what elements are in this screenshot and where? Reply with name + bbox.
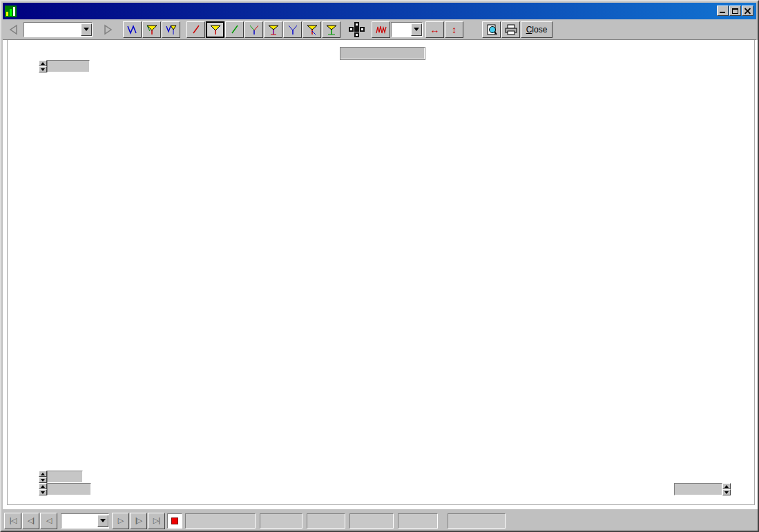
close-window-button[interactable] [742, 6, 753, 16]
maximize-icon [732, 8, 738, 14]
site-selector[interactable] [23, 22, 93, 37]
close-button[interactable]: Close [521, 21, 553, 38]
multi-y-icon [247, 24, 261, 35]
print-preview-icon [485, 23, 499, 36]
h-arrows-icon: ↔ [430, 24, 440, 35]
yellow-multi-icon [267, 24, 280, 35]
probe-zigzag-icon [164, 24, 178, 35]
arrow-down-icon [41, 479, 45, 482]
zigzag-icon [126, 24, 140, 35]
waveform-button[interactable] [372, 21, 390, 38]
app-window: ↔ ↕ Close [0, 0, 759, 532]
yellow-funnel-icon [209, 24, 222, 35]
print-button[interactable] [501, 21, 520, 38]
record-dropdown-button[interactable] [97, 515, 108, 527]
end-date-value [674, 483, 722, 495]
yellow-red-icon [305, 24, 319, 35]
status-field-5 [448, 513, 506, 529]
graph-yellow-green-button[interactable] [322, 21, 340, 38]
arrow-up-icon [41, 62, 45, 65]
spin-down-button[interactable] [39, 66, 47, 72]
y-min-value [47, 471, 83, 483]
status-field-4 [398, 513, 438, 529]
arrow-up-icon [724, 485, 729, 488]
nav-next-page-button[interactable]: |▷ [130, 513, 147, 529]
start-date-value [47, 483, 91, 495]
stop-button[interactable] [167, 513, 182, 529]
chart-panel [3, 40, 759, 509]
arrow-down-icon [41, 491, 45, 494]
arrow-up-icon [41, 473, 45, 475]
print-preview-button[interactable] [482, 21, 501, 38]
stop-icon [171, 518, 178, 524]
status-field-3 [349, 513, 394, 529]
prev-arrow-icon [8, 24, 19, 35]
spin-down-button[interactable] [722, 489, 731, 495]
next-site-button[interactable] [98, 21, 117, 38]
end-date-spinner[interactable] [674, 483, 731, 495]
zoom-vertical-button[interactable]: ↕ [445, 21, 463, 38]
nav-last-button[interactable]: ▷| [148, 513, 165, 529]
spin-up-button[interactable] [39, 60, 47, 66]
close-label: lose [532, 25, 547, 35]
site-selector-dropdown-button[interactable] [81, 23, 92, 36]
status-mode-field [185, 513, 256, 529]
nav-first-button[interactable]: |◁ [4, 513, 21, 529]
pan-cross-icon [347, 21, 365, 38]
graph-green-line-button[interactable] [225, 21, 244, 38]
spin-down-button[interactable] [39, 489, 47, 495]
spin-down-button[interactable] [39, 477, 47, 483]
red-line-icon [189, 24, 203, 35]
toolbar: ↔ ↕ Close [3, 19, 756, 40]
v-arrows-icon: ↕ [452, 24, 457, 35]
yellow-green-icon [325, 24, 338, 35]
graph-red-line-button[interactable] [186, 21, 205, 38]
spin-up-button[interactable] [39, 471, 47, 477]
com-selector[interactable] [391, 22, 423, 37]
blue-y-icon [286, 24, 300, 35]
arrow-down-icon [41, 68, 45, 71]
graph-type-probe-zigzag-button[interactable] [162, 21, 180, 38]
minimize-button[interactable] [717, 6, 729, 16]
spin-up-button[interactable] [39, 483, 47, 489]
printer-icon [504, 23, 518, 36]
record-selector[interactable] [61, 513, 109, 529]
graph-type-probe-button[interactable] [142, 21, 161, 38]
graph-blue-y-button[interactable] [283, 21, 302, 38]
waveform-icon [374, 24, 388, 35]
chevron-down-icon [100, 519, 106, 522]
green-line-icon [228, 24, 242, 35]
y-min-spinner[interactable] [39, 471, 83, 483]
nav-next-button[interactable]: ▷ [112, 513, 129, 529]
title-bar[interactable] [3, 3, 756, 19]
minimize-icon [720, 12, 725, 13]
zoom-horizontal-button[interactable]: ↔ [425, 21, 444, 38]
graph-groupbox [7, 35, 755, 505]
status-field-1 [260, 513, 302, 529]
nav-prev-button[interactable]: ◁ [40, 513, 57, 529]
status-bar: |◁ ◁| ◁ ▷ |▷ ▷| [3, 509, 759, 532]
spin-up-button[interactable] [722, 483, 731, 489]
next-arrow-icon [102, 24, 113, 35]
graph-type-zigzag-button[interactable] [123, 21, 142, 38]
chevron-down-icon [414, 28, 419, 31]
graph-title-box [340, 47, 425, 60]
pan-pad-button[interactable] [347, 21, 365, 38]
chevron-down-icon [84, 28, 89, 31]
graph-yellow-red-button[interactable] [302, 21, 321, 38]
arrow-up-icon [41, 485, 45, 488]
maximize-button[interactable] [729, 6, 741, 16]
graph-multi-y-button[interactable] [244, 21, 263, 38]
probe-y-icon [145, 24, 159, 35]
com-dropdown-button[interactable] [411, 23, 422, 36]
prev-site-button[interactable] [4, 21, 23, 38]
y-max-spinner[interactable] [39, 60, 90, 72]
app-icon [5, 6, 17, 17]
status-field-2 [307, 513, 345, 529]
graph-yellow-funnel-button-active[interactable] [206, 21, 224, 38]
arrow-down-icon [724, 491, 729, 494]
graph-yellow-multi-button[interactable] [264, 21, 282, 38]
y-max-value [47, 60, 90, 72]
nav-prev-page-button[interactable]: ◁| [22, 513, 39, 529]
start-date-spinner[interactable] [39, 483, 91, 495]
